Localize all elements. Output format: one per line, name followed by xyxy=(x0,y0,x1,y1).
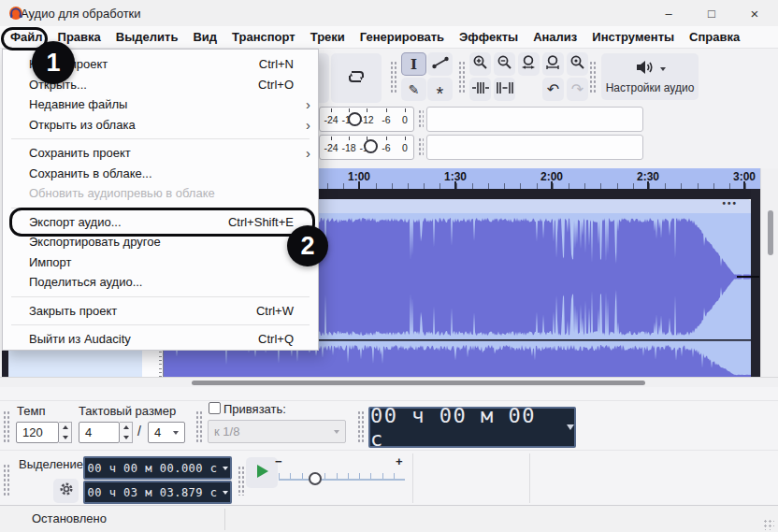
speed-minus-label: − xyxy=(275,454,282,468)
menubar-item-вид[interactable]: Вид xyxy=(185,26,224,49)
selection-start-display[interactable]: 00 ч 00 м 00.000 с xyxy=(83,456,232,480)
file-menu-item[interactable]: Новый проектCtrl+N xyxy=(3,54,318,75)
envelope-tool-button[interactable] xyxy=(427,52,453,76)
audio-setup-grip[interactable] xyxy=(589,61,597,94)
meter-scale-tick xyxy=(331,137,332,140)
zoom-selection-button[interactable] xyxy=(518,52,540,76)
maximize-button[interactable]: □ xyxy=(690,0,733,26)
time-signature-divider: / xyxy=(137,424,141,439)
file-menu-item[interactable]: Открыть...Ctrl+O xyxy=(3,75,318,95)
file-menu-item[interactable]: Открыть из облака› xyxy=(3,115,318,136)
playback-meter-grip[interactable] xyxy=(418,137,424,156)
close-button[interactable]: × xyxy=(733,0,776,26)
playback-meter-bar[interactable] xyxy=(426,135,643,160)
tools-toolbar-grip[interactable] xyxy=(390,61,397,94)
time-signature-grip[interactable] xyxy=(3,410,10,444)
resize-grip[interactable] xyxy=(763,519,774,530)
minimize-button[interactable]: – xyxy=(647,0,690,26)
menu-item-shortcut: Ctrl+N xyxy=(259,57,294,71)
play-speed-slider[interactable] xyxy=(279,473,405,482)
playback-meter-icon xyxy=(364,139,378,153)
status-divider xyxy=(224,509,225,530)
beats-spinner[interactable] xyxy=(120,422,133,443)
undo-button[interactable]: ↶ xyxy=(542,78,564,101)
meter-scale-tick xyxy=(386,108,387,112)
file-menu-item[interactable]: Экспортировать другое› xyxy=(3,232,318,252)
file-menu-item[interactable]: Недавние файлы› xyxy=(3,94,318,115)
track-right-border xyxy=(751,189,760,377)
slider-thumb[interactable] xyxy=(309,472,322,485)
menubar-item-справка[interactable]: Справка xyxy=(682,26,747,49)
record-meter-icon xyxy=(348,112,362,126)
selection-tool-button[interactable]: I xyxy=(401,52,426,76)
meter-scale-number: -24 xyxy=(324,114,338,125)
silence-audio-button[interactable] xyxy=(494,78,515,101)
tempo-spinner[interactable] xyxy=(59,422,72,443)
beats-input[interactable]: 4 xyxy=(79,422,120,443)
file-menu-item[interactable]: Закрыть проектCtrl+W xyxy=(3,301,318,322)
zoom-toggle-button[interactable] xyxy=(567,52,588,76)
menubar-item-анализ[interactable]: Анализ xyxy=(526,26,584,49)
recording-meter-grip[interactable] xyxy=(418,109,424,128)
menubar-item-транспорт[interactable]: Транспорт xyxy=(224,26,303,49)
spinner-up-icon xyxy=(63,425,68,429)
audio-position-display[interactable]: 00 ч 00 м 00 с xyxy=(368,407,576,448)
menu-item-label: Экспортировать другое xyxy=(29,235,161,249)
redo-button[interactable]: ↷ xyxy=(567,78,588,101)
envelope-icon xyxy=(431,53,450,76)
horizontal-scrollbar-thumb[interactable] xyxy=(192,381,645,385)
recording-meter-bar[interactable] xyxy=(426,107,643,132)
file-menu-item[interactable]: Поделиться аудио... xyxy=(3,272,318,293)
menu-item-label: Выйти из Audacity xyxy=(29,332,131,346)
zoom-fit-button[interactable] xyxy=(542,52,564,76)
file-menu-item[interactable]: Сохранить в облаке... xyxy=(3,164,318,184)
audio-setup-button[interactable]: Настройки аудио xyxy=(601,53,699,100)
loop-button[interactable] xyxy=(331,53,382,103)
denominator-value: 4 xyxy=(154,425,161,439)
zoom-out-icon xyxy=(497,54,513,75)
menubar-item-инструменты[interactable]: Инструменты xyxy=(584,26,682,49)
file-menu-item[interactable]: Сохранить проект› xyxy=(3,143,318,164)
time-toolbar-grip[interactable] xyxy=(357,410,365,444)
file-menu-item[interactable]: Экспорт аудио...Ctrl+Shift+E xyxy=(3,212,318,233)
recording-meter-scale[interactable]: -24-18-12-60 xyxy=(319,107,414,132)
multi-tool-button[interactable]: * xyxy=(427,78,453,101)
meter-scale-number: -6 xyxy=(382,114,390,125)
tempo-input[interactable]: 120 xyxy=(16,422,59,443)
clip-menu-button[interactable]: ••• xyxy=(722,198,738,208)
zoom-out-button[interactable] xyxy=(494,52,515,76)
menubar-item-треки[interactable]: Треки xyxy=(303,26,353,49)
snap-select[interactable]: к 1/8 xyxy=(208,420,346,443)
zoom-in-button[interactable] xyxy=(469,52,491,76)
undo-icon: ↶ xyxy=(547,80,559,98)
menubar-item-правка[interactable]: Правка xyxy=(50,26,108,49)
selection-end-display[interactable]: 00 ч 03 м 03.879 с xyxy=(83,481,232,504)
horizontal-scrollbar[interactable] xyxy=(0,377,778,387)
snap-toolbar-grip[interactable] xyxy=(195,410,203,444)
vertical-scrollbar-thumb[interactable] xyxy=(768,210,773,255)
play-speed-grip[interactable] xyxy=(238,466,245,496)
meter-scale-number: 0 xyxy=(402,114,408,125)
play-at-speed-button[interactable] xyxy=(246,457,278,488)
edit-toolbar-grip[interactable] xyxy=(458,61,466,94)
file-menu-item[interactable]: Импорт› xyxy=(3,252,318,273)
selection-toolbar-grip[interactable] xyxy=(3,464,10,497)
meter-scale-number: 0 xyxy=(402,142,408,153)
menubar-item-выделить[interactable]: Выделить xyxy=(108,26,186,49)
menubar-item-эффекты[interactable]: Эффекты xyxy=(452,26,526,49)
file-menu-item[interactable]: Выйти из AudacityCtrl+Q xyxy=(3,329,318,350)
menubar-item-файл[interactable]: Файл xyxy=(3,26,50,49)
menu-separator xyxy=(11,296,310,297)
meter-scale-tick xyxy=(386,137,387,140)
snap-label: Привязать: xyxy=(223,402,286,416)
submenu-arrow-icon: › xyxy=(306,118,310,132)
time-toolbar: Темп 120 Тактовый размер 4 / 4 Привязать… xyxy=(0,400,778,450)
vertical-scrollbar[interactable] xyxy=(760,168,778,377)
toolbar-separator xyxy=(529,453,530,503)
snap-checkbox[interactable] xyxy=(209,402,221,414)
selection-settings-button[interactable] xyxy=(53,479,79,503)
draw-tool-button[interactable]: ✎ xyxy=(401,78,426,101)
trim-audio-button[interactable] xyxy=(469,78,491,101)
menubar-item-генерировать[interactable]: Генерировать xyxy=(353,26,452,49)
denominator-select[interactable]: 4 xyxy=(148,422,185,443)
